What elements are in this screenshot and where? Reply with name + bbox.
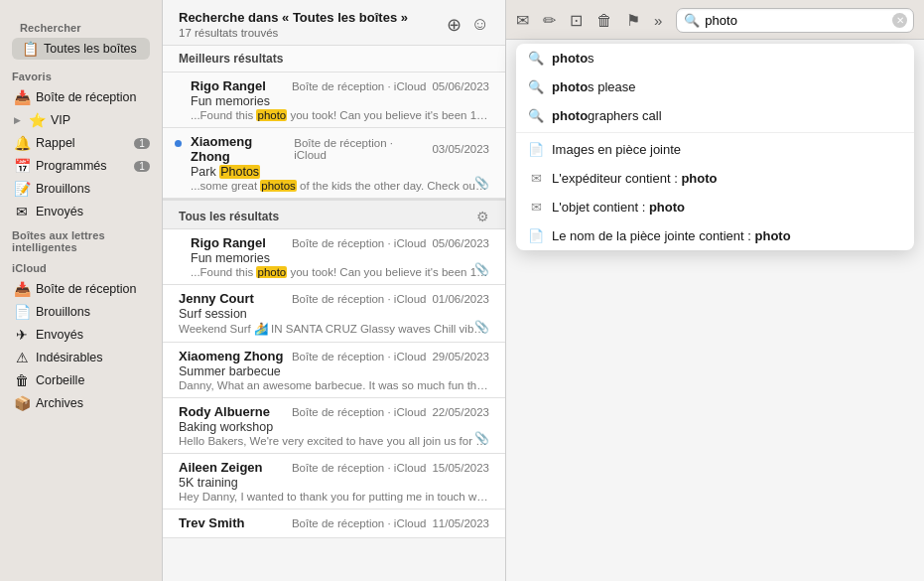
- email-sender: Jenny Court: [179, 291, 254, 306]
- icloud-drafts-label: Brouillons: [36, 305, 150, 319]
- attachment-icon: 📎: [474, 176, 489, 190]
- email-subject: Surf session: [179, 307, 489, 321]
- icloud-junk-label: Indésirables: [36, 351, 150, 364]
- email-sender: Aileen Zeigen: [179, 460, 263, 475]
- sidebar-search-section: Rechercher 📋 Toutes les boîtes: [0, 10, 162, 65]
- main-content: Recherche dans « Toutes les boîtes » 17 …: [162, 0, 506, 581]
- suggestion-subject-contains[interactable]: ✉ L'objet contient : photo: [516, 193, 914, 221]
- suggestion-text: photographers call: [552, 108, 902, 123]
- filter-icon[interactable]: ⚙: [476, 209, 489, 224]
- inbox-icon: 📋: [22, 41, 38, 57]
- email-item-best-1[interactable]: Rigo Rangel Boîte de réception · iCloud …: [163, 73, 505, 128]
- email-meta: Boîte de réception · iCloud 22/05/2023: [292, 406, 489, 418]
- suggestion-text: L'objet contient : photo: [552, 200, 902, 215]
- icloud-sent-label: Envoyés: [36, 328, 150, 342]
- email-item-all-3[interactable]: Xiaomeng Zhong Boîte de réception · iClo…: [163, 343, 505, 398]
- sidebar-item-icloud-inbox[interactable]: 📥 Boîte de réception: [4, 278, 158, 300]
- inbox-fav-label: Boîte de réception: [36, 90, 150, 104]
- smart-boxes-header: Boîtes aux lettres intelligentes: [0, 223, 162, 256]
- email-mailbox: Boîte de réception · iCloud: [294, 137, 426, 161]
- email-subject: Park Photos: [191, 165, 489, 179]
- email-date: 05/06/2023: [432, 80, 489, 92]
- search-clear-button[interactable]: ✕: [892, 13, 907, 28]
- unread-dot: [175, 140, 182, 147]
- email-meta: Boîte de réception · iCloud 29/05/2023: [292, 351, 489, 363]
- reminder-icon: 🔔: [14, 135, 30, 151]
- suggestion-images-attachment[interactable]: 📄 Images en pièce jointe: [516, 135, 914, 164]
- add-icon[interactable]: ⊕: [447, 14, 462, 36]
- suggestion-attachment-name-contains[interactable]: 📄 Le nom de la pièce jointe contient : p…: [516, 221, 914, 250]
- suggestion-text: L'expéditeur contient : photo: [552, 171, 902, 186]
- icloud-header: iCloud: [0, 256, 162, 277]
- scheduled-label: Programmés: [36, 159, 128, 173]
- sender-filter-icon: ✉: [528, 171, 544, 186]
- search-toolbar: ✉ ✏ ⊡ 🗑 ⚑ » 🔍 ✕: [506, 0, 924, 40]
- email-item-all-2[interactable]: Jenny Court Boîte de réception · iCloud …: [163, 285, 505, 343]
- email-item-all-5[interactable]: Aileen Zeigen Boîte de réception · iClou…: [163, 454, 505, 509]
- email-mailbox: Boîte de réception · iCloud: [292, 517, 427, 529]
- suggestion-sender-contains[interactable]: ✉ L'expéditeur contient : photo: [516, 164, 914, 193]
- attachment-icon: 📎: [474, 320, 489, 334]
- flag-icon[interactable]: ⚑: [626, 11, 640, 30]
- sidebar-item-reminders[interactable]: 🔔 Rappel 1: [4, 132, 158, 154]
- search-section-header: Rechercher: [8, 16, 154, 37]
- best-results-label: Meilleurs résultats: [163, 46, 505, 73]
- email-subject: Baking workshop: [179, 420, 489, 434]
- email-date: 15/05/2023: [432, 462, 489, 474]
- smiley-icon[interactable]: ☺: [471, 14, 489, 35]
- all-boxes-label: Toutes les boîtes: [44, 42, 142, 56]
- sidebar-item-scheduled[interactable]: 📅 Programmés 1: [4, 155, 158, 177]
- email-meta: Boîte de réception · iCloud 11/05/2023: [292, 517, 489, 529]
- email-meta: Boîte de réception · iCloud 05/06/2023: [292, 80, 489, 92]
- email-item-all-1[interactable]: Rigo Rangel Boîte de réception · iCloud …: [163, 229, 505, 285]
- sidebar-item-all-boxes[interactable]: 📋 Toutes les boîtes: [12, 38, 150, 60]
- icloud-inbox-icon: 📥: [14, 281, 30, 297]
- archive-icon[interactable]: ⊡: [570, 11, 583, 30]
- email-mailbox: Boîte de réception · iCloud: [292, 80, 427, 92]
- email-mailbox: Boîte de réception · iCloud: [292, 406, 427, 418]
- icloud-archives-label: Archives: [36, 396, 150, 410]
- sidebar-item-icloud-sent[interactable]: ✈ Envoyés: [4, 324, 158, 346]
- suggestion-text: Le nom de la pièce jointe contient : pho…: [552, 228, 902, 243]
- sidebar-item-sent[interactable]: ✉ Envoyés: [4, 201, 158, 222]
- scheduled-badge: 1: [134, 161, 150, 172]
- email-subject: Summer barbecue: [179, 364, 489, 378]
- sidebar-item-icloud-archives[interactable]: 📦 Archives: [4, 392, 158, 414]
- icloud-junk-icon: ⚠: [14, 350, 30, 365]
- suggestion-photos[interactable]: 🔍 photos: [516, 44, 914, 73]
- all-results-list: Rigo Rangel Boîte de réception · iCloud …: [163, 229, 505, 581]
- icloud-sent-icon: ✈: [14, 327, 30, 343]
- email-subject: Fun memories: [191, 94, 489, 108]
- email-preview: ...Found this photo you took! Can you be…: [191, 266, 489, 278]
- email-mailbox: Boîte de réception · iCloud: [292, 237, 427, 249]
- sidebar-item-vip[interactable]: ▶ ⭐ VIP: [4, 109, 158, 131]
- email-sender: Xiaomeng Zhong: [179, 349, 283, 363]
- mail-icon[interactable]: ✉: [516, 11, 529, 30]
- compose-icon[interactable]: ✏: [543, 11, 556, 30]
- email-item-best-2[interactable]: Xiaomeng Zhong Boîte de réception · iClo…: [163, 128, 505, 199]
- trash-icon[interactable]: 🗑: [596, 12, 612, 30]
- suggestion-photographers-call[interactable]: 🔍 photographers call: [516, 101, 914, 130]
- chevron-icon: ▶: [14, 115, 21, 125]
- sidebar-item-drafts[interactable]: 📝 Brouillons: [4, 178, 158, 200]
- sidebar-item-icloud-junk[interactable]: ⚠ Indésirables: [4, 347, 158, 368]
- email-subject: 5K training: [179, 476, 489, 490]
- scheduled-icon: 📅: [14, 158, 30, 174]
- more-icon[interactable]: »: [654, 12, 662, 29]
- sidebar-item-icloud-drafts[interactable]: 📄 Brouillons: [4, 301, 158, 323]
- icloud-trash-label: Corbeille: [36, 373, 150, 387]
- sent-icon: ✉: [14, 204, 30, 219]
- email-meta: Boîte de réception · iCloud 15/05/2023: [292, 462, 489, 474]
- sidebar-item-inbox[interactable]: 📥 Boîte de réception: [4, 86, 158, 108]
- email-item-all-6[interactable]: Trev Smith Boîte de réception · iCloud 1…: [163, 509, 505, 538]
- sidebar-item-icloud-trash[interactable]: 🗑 Corbeille: [4, 369, 158, 391]
- icloud-inbox-label: Boîte de réception: [36, 282, 150, 296]
- search-suggestion-icon: 🔍: [528, 79, 544, 94]
- search-input[interactable]: [676, 8, 914, 33]
- email-sender: Trev Smith: [179, 515, 244, 530]
- suggestion-text: Images en pièce jointe: [552, 142, 902, 157]
- suggestion-photos-please[interactable]: 🔍 photos please: [516, 73, 914, 101]
- email-item-all-4[interactable]: Rody Albuerne Boîte de réception · iClou…: [163, 398, 505, 454]
- vip-label: VIP: [51, 113, 150, 127]
- email-preview: ...some great photos of the kids the oth…: [191, 180, 489, 192]
